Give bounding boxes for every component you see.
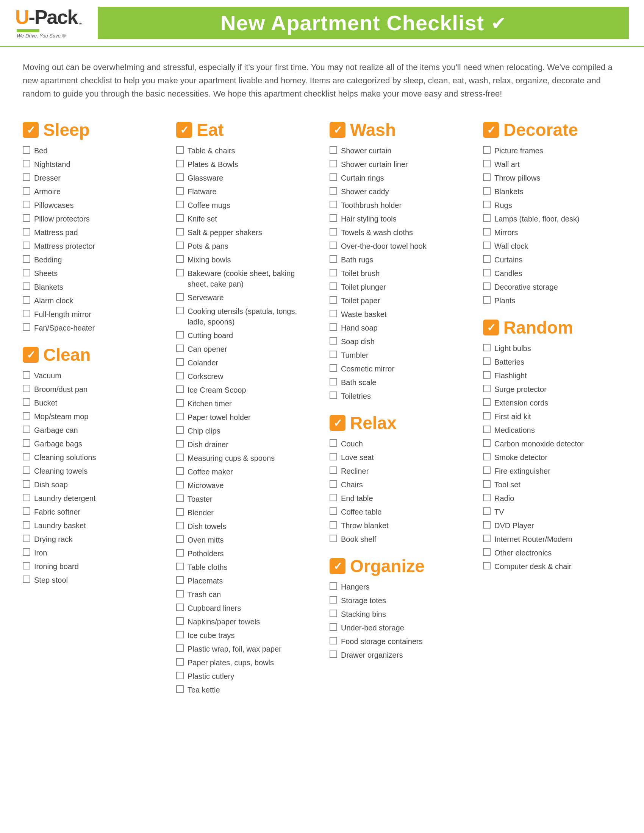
list-item[interactable]: Medications bbox=[483, 425, 621, 436]
list-item[interactable]: Iron bbox=[23, 547, 161, 558]
checkbox[interactable] bbox=[330, 201, 337, 208]
checkbox[interactable] bbox=[483, 548, 491, 556]
list-item[interactable]: Rugs bbox=[483, 200, 621, 211]
checkbox[interactable] bbox=[23, 385, 30, 392]
list-item[interactable]: Ironing board bbox=[23, 561, 161, 572]
checkbox[interactable] bbox=[483, 269, 491, 277]
checkbox[interactable] bbox=[483, 357, 491, 365]
checkbox[interactable] bbox=[176, 399, 184, 407]
list-item[interactable]: Plants bbox=[483, 295, 621, 306]
list-item[interactable]: Dish drainer bbox=[176, 439, 314, 450]
list-item[interactable]: Toiletries bbox=[330, 391, 468, 401]
checkbox[interactable] bbox=[23, 412, 30, 420]
checkbox[interactable] bbox=[483, 426, 491, 433]
list-item[interactable]: Full-length mirror bbox=[23, 309, 161, 320]
list-item[interactable]: Throw blanket bbox=[330, 520, 468, 531]
list-item[interactable]: Armoire bbox=[23, 186, 161, 197]
list-item[interactable]: Computer desk & chair bbox=[483, 561, 621, 572]
checkbox[interactable] bbox=[330, 228, 337, 235]
list-item[interactable]: Garbage bags bbox=[23, 439, 161, 449]
list-item[interactable]: Cutting board bbox=[176, 330, 314, 341]
list-item[interactable]: Surge protector bbox=[483, 384, 621, 394]
list-item[interactable]: Hand soap bbox=[330, 323, 468, 333]
checkbox[interactable] bbox=[23, 562, 30, 569]
list-item[interactable]: Ice cube trays bbox=[176, 630, 314, 641]
checkbox[interactable] bbox=[330, 453, 337, 460]
checkbox[interactable] bbox=[330, 637, 337, 645]
list-item[interactable]: Bath scale bbox=[330, 377, 468, 388]
checkbox[interactable] bbox=[176, 495, 184, 502]
list-item[interactable]: Table & chairs bbox=[176, 145, 314, 156]
checkbox[interactable] bbox=[330, 269, 337, 277]
list-item[interactable]: Lamps (table, floor, desk) bbox=[483, 214, 621, 224]
list-item[interactable]: Curtains bbox=[483, 254, 621, 265]
checkbox[interactable] bbox=[176, 563, 184, 570]
checkbox[interactable] bbox=[330, 507, 337, 515]
list-item[interactable]: Salt & pepper shakers bbox=[176, 227, 314, 238]
list-item[interactable]: Cosmetic mirror bbox=[330, 363, 468, 374]
checkbox[interactable] bbox=[330, 241, 337, 249]
list-item[interactable]: Nightstand bbox=[23, 159, 161, 170]
list-item[interactable]: Paper plates, cups, bowls bbox=[176, 657, 314, 668]
checkbox[interactable] bbox=[330, 310, 337, 317]
checkbox[interactable] bbox=[176, 413, 184, 420]
list-item[interactable]: Carbon monoxide detector bbox=[483, 439, 621, 449]
checkbox[interactable] bbox=[176, 160, 184, 167]
checkbox[interactable] bbox=[483, 255, 491, 263]
list-item[interactable]: Glassware bbox=[176, 173, 314, 183]
checkbox[interactable] bbox=[176, 631, 184, 638]
checkbox[interactable] bbox=[23, 439, 30, 447]
checkbox[interactable] bbox=[483, 398, 491, 406]
checkbox[interactable] bbox=[483, 453, 491, 460]
list-item[interactable]: Bath rugs bbox=[330, 254, 468, 265]
checkbox[interactable] bbox=[483, 480, 491, 488]
list-item[interactable]: Trash can bbox=[176, 589, 314, 600]
checkbox[interactable] bbox=[176, 293, 184, 301]
checkbox[interactable] bbox=[23, 160, 30, 167]
checkbox[interactable] bbox=[483, 174, 491, 181]
list-item[interactable]: Potholders bbox=[176, 548, 314, 559]
checkbox[interactable] bbox=[176, 146, 184, 154]
checkbox[interactable] bbox=[330, 255, 337, 263]
checkbox[interactable] bbox=[23, 201, 30, 208]
list-item[interactable]: Coffee table bbox=[330, 507, 468, 517]
list-item[interactable]: First aid kit bbox=[483, 411, 621, 422]
checkbox[interactable] bbox=[23, 576, 30, 583]
checkbox[interactable] bbox=[176, 645, 184, 652]
checkbox[interactable] bbox=[176, 617, 184, 625]
checkbox[interactable] bbox=[23, 507, 30, 515]
checkbox[interactable] bbox=[176, 344, 184, 352]
checkbox[interactable] bbox=[483, 344, 491, 351]
list-item[interactable]: Bedding bbox=[23, 254, 161, 265]
checkbox[interactable] bbox=[330, 521, 337, 529]
list-item[interactable]: Bakeware (cookie sheet, baking sheet, ca… bbox=[176, 268, 314, 289]
checkbox[interactable] bbox=[330, 214, 337, 222]
checkbox[interactable] bbox=[330, 535, 337, 542]
checkbox[interactable] bbox=[330, 391, 337, 399]
list-item[interactable]: Pillow protectors bbox=[23, 214, 161, 224]
list-item[interactable]: Coffee maker bbox=[176, 466, 314, 477]
list-item[interactable]: Mattress protector bbox=[23, 241, 161, 251]
checkbox[interactable] bbox=[176, 536, 184, 543]
list-item[interactable]: Drying rack bbox=[23, 534, 161, 545]
list-item[interactable]: Soap dish bbox=[330, 336, 468, 347]
list-item[interactable]: Wall art bbox=[483, 159, 621, 170]
list-item[interactable]: Microwave bbox=[176, 480, 314, 491]
list-item[interactable]: Dish soap bbox=[23, 479, 161, 490]
checkbox[interactable] bbox=[483, 214, 491, 222]
checkbox[interactable] bbox=[330, 494, 337, 501]
list-item[interactable]: Vacuum bbox=[23, 370, 161, 381]
list-item[interactable]: Fan/Space-heater bbox=[23, 323, 161, 333]
list-item[interactable]: TV bbox=[483, 507, 621, 517]
checkbox[interactable] bbox=[330, 296, 337, 304]
checkbox[interactable] bbox=[176, 269, 184, 277]
list-item[interactable]: Sheets bbox=[23, 268, 161, 279]
checkbox[interactable] bbox=[176, 426, 184, 434]
checkbox[interactable] bbox=[23, 228, 30, 235]
list-item[interactable]: Candles bbox=[483, 268, 621, 279]
checkbox[interactable] bbox=[23, 466, 30, 474]
list-item[interactable]: Hangers bbox=[330, 582, 468, 592]
list-item[interactable]: Mirrors bbox=[483, 227, 621, 238]
list-item[interactable]: Toaster bbox=[176, 494, 314, 504]
checkbox[interactable] bbox=[483, 371, 491, 379]
